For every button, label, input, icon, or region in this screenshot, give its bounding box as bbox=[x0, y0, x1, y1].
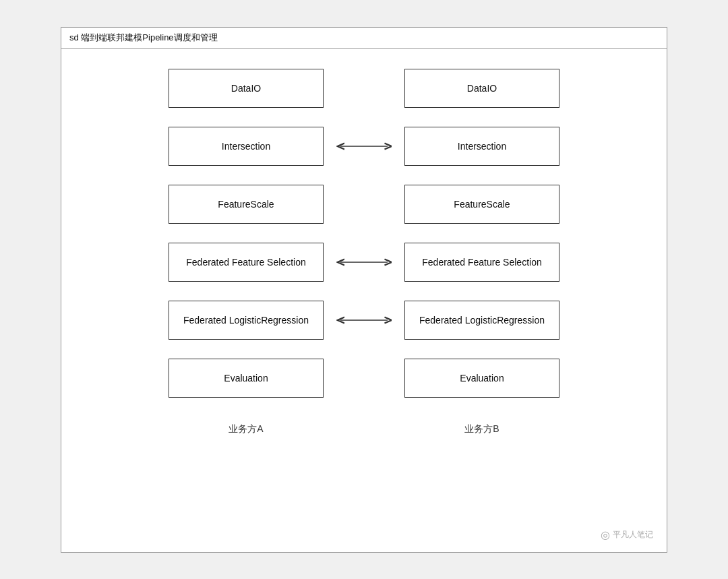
box-left-dataio: DataIO bbox=[169, 69, 324, 108]
diagram-container: sd 端到端联邦建模Pipeline调度和管理 DataIODataIOInte… bbox=[61, 27, 667, 553]
box-right-evaluation: Evaluation bbox=[404, 359, 559, 398]
box-right-federated-feature-selection: Federated Feature Selection bbox=[404, 243, 559, 282]
row-federated-feature-selection: Federated Feature Selection Federated Fe… bbox=[61, 243, 667, 282]
diagram-body: DataIODataIOIntersection IntersectionFea… bbox=[61, 49, 667, 462]
box-right-intersection: Intersection bbox=[404, 127, 559, 166]
title-bar: sd 端到端联邦建模Pipeline调度和管理 bbox=[61, 28, 667, 49]
arrow-intersection bbox=[324, 138, 404, 154]
arrow-federated-logistic bbox=[324, 312, 404, 328]
box-left-evaluation: Evaluation bbox=[169, 359, 324, 398]
labels-row: 业务方A业务方B bbox=[61, 423, 667, 435]
row-federated-logistic: Federated LogisticRegression Federated L… bbox=[61, 301, 667, 340]
row-featurescale: FeatureScaleFeatureScale bbox=[61, 185, 667, 224]
watermark-icon: ◎ bbox=[601, 528, 610, 541]
row-intersection: Intersection Intersection bbox=[61, 127, 667, 166]
box-right-featurescale: FeatureScale bbox=[404, 185, 559, 224]
arrow-federated-feature-selection bbox=[324, 254, 404, 270]
label-party-b: 业务方B bbox=[404, 423, 559, 435]
box-right-dataio: DataIO bbox=[404, 69, 559, 108]
box-left-featurescale: FeatureScale bbox=[169, 185, 324, 224]
row-evaluation: EvaluationEvaluation bbox=[61, 359, 667, 398]
box-left-federated-feature-selection: Federated Feature Selection bbox=[169, 243, 324, 282]
box-left-intersection: Intersection bbox=[169, 127, 324, 166]
box-right-federated-logistic: Federated LogisticRegression bbox=[404, 301, 559, 340]
box-left-federated-logistic: Federated LogisticRegression bbox=[169, 301, 324, 340]
label-party-a: 业务方A bbox=[169, 423, 324, 435]
watermark-text: 平凡人笔记 bbox=[613, 529, 653, 541]
title-text: sd 端到端联邦建模Pipeline调度和管理 bbox=[69, 32, 218, 42]
row-dataio: DataIODataIO bbox=[61, 69, 667, 108]
watermark: ◎ 平凡人笔记 bbox=[601, 528, 653, 541]
